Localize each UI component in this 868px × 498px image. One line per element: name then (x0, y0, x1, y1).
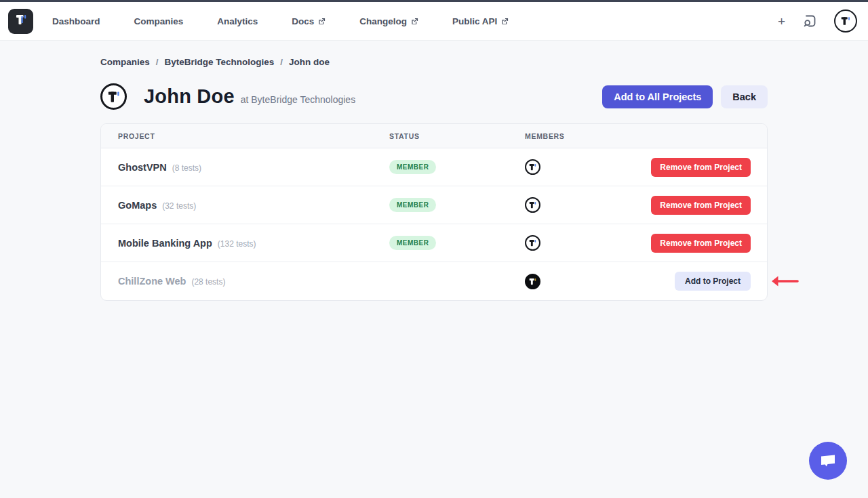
project-name: ChillZone Web (118, 276, 186, 287)
table-row: GoMaps (32 tests) MEMBER Remove from Pro… (101, 186, 767, 224)
remove-from-project-button[interactable]: Remove from Project (651, 196, 751, 215)
project-name[interactable]: Mobile Banking App (118, 238, 212, 249)
chat-widget-button[interactable] (809, 442, 847, 480)
t-logo-icon (528, 163, 537, 171)
user-avatar[interactable] (834, 9, 857, 33)
status-badge: MEMBER (389, 198, 436, 212)
project-tests-count: (28 tests) (191, 277, 225, 287)
project-tests-count: (132 tests) (218, 239, 256, 249)
status-badge: MEMBER (389, 236, 436, 250)
t-logo-icon (528, 201, 537, 209)
chat-bubble-icon (819, 453, 837, 469)
breadcrumb-current: John doe (289, 57, 330, 67)
breadcrumb-company[interactable]: ByteBridge Technologies (165, 57, 275, 67)
search-icon[interactable] (803, 14, 816, 28)
annotation-arrow-icon (770, 275, 799, 287)
table-row: ChillZone Web (28 tests) Add to Project (101, 262, 767, 300)
back-button[interactable]: Back (721, 85, 768, 108)
add-to-project-button[interactable]: Add to Project (675, 272, 751, 291)
nav-item-label: Dashboard (52, 16, 100, 26)
t-logo-icon (528, 238, 537, 247)
table-row: GhostVPN (8 tests) MEMBER Remove from Pr… (101, 148, 767, 186)
column-header-status: STATUS (389, 132, 525, 140)
nav-item-dashboard[interactable]: Dashboard (52, 16, 100, 26)
nav-item-changelog[interactable]: Changelog (359, 16, 418, 26)
nav-item-label: Public API (452, 16, 497, 26)
column-header-project: PROJECT (101, 132, 389, 140)
member-avatar (525, 159, 540, 175)
navbar-right: + (778, 9, 857, 33)
column-header-members: MEMBERS (525, 132, 640, 140)
page-title-group: John Doe at ByteBridge Technologies (144, 85, 355, 108)
remove-from-project-button[interactable]: Remove from Project (651, 234, 751, 253)
add-button[interactable]: + (778, 15, 785, 28)
top-navbar: Dashboard Companies Analytics Docs Chang… (0, 2, 868, 41)
nav-item-docs[interactable]: Docs (292, 16, 326, 26)
page-subtitle: at ByteBridge Technologies (241, 94, 355, 105)
breadcrumb-separator: / (156, 57, 159, 67)
main-content: Companies / ByteBridge Technologies / Jo… (100, 57, 768, 301)
nav-item-label: Analytics (217, 16, 258, 26)
table-header: PROJECT STATUS MEMBERS (101, 124, 767, 148)
page-title: John Doe (144, 85, 235, 108)
add-to-all-projects-button[interactable]: Add to All Projects (602, 85, 713, 108)
external-link-icon (501, 18, 509, 25)
breadcrumb-companies[interactable]: Companies (100, 57, 150, 67)
t-logo-icon (840, 15, 852, 27)
app-logo[interactable] (8, 9, 33, 34)
nav-item-analytics[interactable]: Analytics (217, 16, 258, 26)
remove-from-project-button[interactable]: Remove from Project (651, 158, 751, 177)
nav-item-label: Docs (292, 16, 314, 26)
status-badge: MEMBER (389, 160, 436, 174)
header-actions: Add to All Projects Back (602, 85, 768, 108)
project-name[interactable]: GoMaps (118, 200, 157, 211)
project-tests-count: (8 tests) (172, 163, 201, 173)
project-name[interactable]: GhostVPN (118, 162, 167, 173)
projects-table: PROJECT STATUS MEMBERS GhostVPN (8 tests… (100, 123, 768, 301)
t-logo-icon (528, 277, 537, 286)
t-logo-icon (106, 89, 121, 104)
breadcrumb-separator: / (280, 57, 283, 67)
external-link-icon (411, 18, 418, 25)
person-avatar (100, 83, 127, 110)
project-tests-count: (32 tests) (162, 201, 196, 211)
page-header: John Doe at ByteBridge Technologies Add … (100, 83, 768, 110)
table-row: Mobile Banking App (132 tests) MEMBER Re… (101, 224, 767, 262)
t-logo-icon (14, 12, 28, 30)
member-avatar (525, 274, 540, 289)
member-avatar (525, 235, 540, 251)
external-link-icon (318, 18, 326, 25)
breadcrumb: Companies / ByteBridge Technologies / Jo… (100, 57, 768, 67)
member-avatar (525, 197, 540, 213)
nav-item-public-api[interactable]: Public API (452, 16, 509, 26)
nav-item-label: Changelog (359, 16, 407, 26)
nav-item-label: Companies (134, 16, 184, 26)
nav-links: Dashboard Companies Analytics Docs Chang… (52, 16, 509, 26)
nav-item-companies[interactable]: Companies (134, 16, 184, 26)
